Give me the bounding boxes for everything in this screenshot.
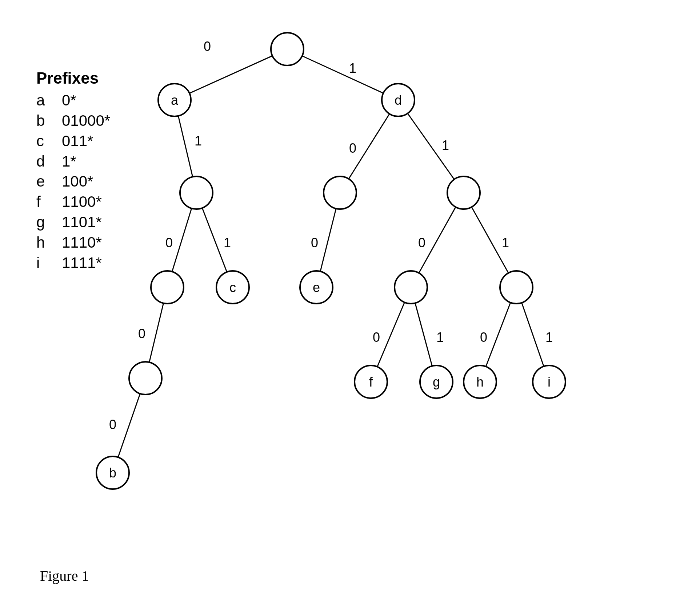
edge-label-n11-n110: 0 — [418, 235, 425, 250]
node-label-c: c — [229, 280, 236, 295]
node-label-d: d — [395, 93, 402, 108]
figure-caption: Figure 1 — [40, 567, 89, 584]
edge-label-n01-c: 1 — [224, 235, 231, 250]
edge-label-n10-e: 0 — [311, 235, 318, 250]
node-n01 — [180, 176, 213, 209]
node-label-i: i — [548, 375, 551, 389]
edge-root-d — [287, 49, 398, 100]
edge-label-root-d: 1 — [349, 61, 356, 76]
nodes-group — [96, 33, 565, 489]
edge-root-a — [175, 49, 287, 100]
node-label-e: e — [313, 280, 320, 295]
node-n0100 — [129, 362, 162, 395]
edge-label-n010-n0100: 0 — [138, 326, 145, 341]
edge-label-n11-n111: 1 — [502, 235, 509, 250]
edge-label-root-a: 0 — [204, 39, 211, 54]
node-label-f: f — [369, 375, 373, 389]
edge-label-n110-f: 0 — [373, 330, 380, 345]
node-label-h: h — [476, 375, 484, 389]
node-n11 — [447, 176, 480, 209]
edge-label-n111-i: 1 — [545, 330, 553, 345]
node-n110 — [395, 271, 427, 304]
node-n010 — [151, 271, 184, 304]
diagram-container: Prefixes a0* b01000* c011* d1* e100* f11… — [0, 0, 700, 612]
edge-label-n0100-b: 0 — [109, 417, 116, 432]
edge-label-n110-g: 1 — [436, 330, 444, 345]
node-label-b: b — [109, 465, 116, 480]
node-label-a: a — [171, 93, 179, 108]
node-n10 — [324, 176, 356, 209]
edge-label-n01-n010: 0 — [165, 235, 173, 250]
node-label-g: g — [433, 375, 440, 389]
edge-label-n111-h: 0 — [480, 330, 487, 345]
node-root — [271, 33, 304, 65]
edge-label-d-n10: 0 — [349, 141, 356, 156]
tree-diagram: a d c e f g h i b 0 1 1 0 1 0 1 0 0 1 0 … — [0, 0, 700, 612]
node-n111 — [500, 271, 533, 304]
edge-label-a-n01: 1 — [195, 133, 202, 148]
edge-label-d-n11: 1 — [442, 138, 449, 153]
